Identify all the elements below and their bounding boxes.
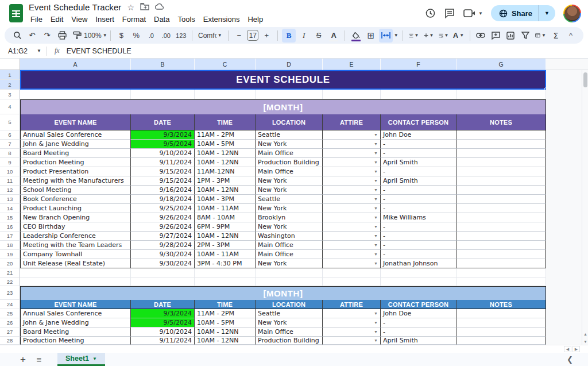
cell-attire-row18[interactable]: ▼ (323, 241, 381, 250)
cell-date-row26[interactable]: 9/5/2024 (131, 318, 195, 328)
undo-button[interactable]: ↶ (25, 29, 39, 43)
cell-date-row9[interactable]: 9/11/2024 (131, 158, 195, 167)
cell-time-row16[interactable]: 6PM - 9PM (195, 222, 256, 232)
table-header-event-name[interactable]: EVENT NAME (20, 300, 131, 309)
row-header-23[interactable]: 23 (0, 286, 20, 300)
menu-data[interactable]: Data (150, 14, 173, 25)
cell-attire-row16[interactable]: ▼ (323, 222, 381, 232)
cell-notes-row20[interactable] (457, 259, 546, 268)
menu-help[interactable]: Help (243, 14, 267, 25)
cell-event-name-row9[interactable]: Production Meeting (20, 158, 131, 167)
menu-file[interactable]: File (26, 14, 47, 25)
cell-date-row28[interactable]: 9/11/2024 (131, 337, 195, 345)
search-icon[interactable] (10, 29, 24, 43)
cell-event-name-row7[interactable]: John & Jane Wedding (20, 140, 131, 149)
cell-attire-row28[interactable]: ▼ (323, 337, 381, 345)
sheet1-menu-caret-icon[interactable]: ▼ (92, 356, 97, 361)
table-header-notes[interactable]: NOTES (457, 300, 546, 309)
cell-contact-person-row18[interactable]: - (381, 241, 457, 250)
collapse-panel-chevron-icon[interactable]: ❮ (567, 355, 573, 364)
text-color-button[interactable]: A (327, 29, 341, 43)
cell-contact-person-row17[interactable]: - (381, 232, 457, 241)
cell-event-name-row26[interactable]: John & Jane Wedding (20, 318, 131, 328)
cell-notes-row17[interactable] (457, 232, 546, 241)
cell-contact-person-row6[interactable]: John Doe (381, 130, 457, 140)
row-header-15[interactable]: 15 (0, 213, 20, 222)
cell-attire-row27[interactable]: ▼ (323, 328, 381, 337)
row-header-16[interactable]: 16 (0, 222, 20, 232)
select-all-corner[interactable] (0, 59, 20, 70)
cell-contact-person-row15[interactable]: Mike Williams (381, 213, 457, 222)
row-header-5[interactable]: 5 (0, 114, 20, 130)
row-header-6[interactable]: 6 (0, 130, 20, 140)
cell-date-row10[interactable]: 9/15/2024 (131, 167, 195, 176)
cell-contact-person-row25[interactable]: John Doe (381, 309, 457, 318)
cell-event-name-row27[interactable]: Board Meeting (20, 328, 131, 337)
cell-event-name-row13[interactable]: Book Conference (20, 195, 131, 204)
cell-time-row20[interactable]: 3PM - 4:30 PM (195, 259, 256, 268)
cell-attire-row9[interactable]: ▼ (323, 158, 381, 167)
formula-content[interactable]: EVENT SCHEDULE (67, 47, 131, 55)
fill-color-button[interactable] (349, 29, 363, 43)
cell-notes-row28[interactable] (457, 337, 546, 345)
cell-contact-person-row19[interactable]: - (381, 250, 457, 259)
cell-attire-row7[interactable]: ▼ (323, 140, 381, 149)
cell-event-name-row12[interactable]: School Meeting (20, 186, 131, 195)
cell-location-row20[interactable]: New York (256, 259, 323, 268)
column-header-E[interactable]: E (323, 59, 381, 70)
table-header-location[interactable]: LOCATION (256, 114, 323, 130)
cell-time-row25[interactable]: 11AM - 2PM (195, 309, 256, 318)
cell-event-name-row16[interactable]: CEO Birthday (20, 222, 131, 232)
document-title[interactable]: Event Schedule Tracker (29, 2, 121, 12)
menu-edit[interactable]: Edit (47, 14, 67, 25)
attire-dropdown-icon[interactable]: ▼ (374, 169, 378, 174)
print-button[interactable] (55, 29, 69, 43)
merge-caret-icon[interactable]: ▼ (394, 33, 399, 38)
cell-event-name-row19[interactable]: Company Townhall (20, 250, 131, 259)
cell-date-row12[interactable]: 9/16/2024 (131, 186, 195, 195)
cell-attire-row12[interactable]: ▼ (323, 186, 381, 195)
share-button[interactable]: Share ▼ (491, 5, 555, 21)
insert-chart-button[interactable] (504, 29, 517, 43)
empty-cell-D3[interactable] (256, 90, 323, 99)
attire-dropdown-icon[interactable]: ▼ (374, 252, 378, 256)
cell-time-row15[interactable]: 8AM - 10AM (195, 213, 256, 222)
row-header-18[interactable]: 18 (0, 241, 20, 250)
attire-dropdown-icon[interactable]: ▼ (374, 311, 378, 315)
empty-cell-A22[interactable] (20, 278, 131, 286)
cell-attire-row11[interactable]: ▼ (323, 176, 381, 186)
table-header-event-name[interactable]: EVENT NAME (20, 114, 131, 130)
cell-location-row27[interactable]: Main Office (256, 328, 323, 337)
cell-notes-row9[interactable] (457, 158, 546, 167)
number-format-button[interactable]: 123 (174, 29, 188, 43)
cell-contact-person-row28[interactable]: April Smith (381, 337, 457, 345)
cell-time-row28[interactable]: 10AM - 12NN (195, 337, 256, 345)
empty-cell-E22[interactable] (323, 278, 381, 286)
vertical-scrollbar-thumb[interactable] (583, 72, 587, 87)
cell-notes-row18[interactable] (457, 241, 546, 250)
month-header-cell[interactable]: [MONTH] (20, 99, 546, 114)
table-header-attire[interactable]: ATTIRE (323, 300, 381, 309)
name-box[interactable]: A1:G2 ▼ (0, 47, 46, 55)
cell-attire-row6[interactable]: ▼ (323, 130, 381, 140)
cell-contact-person-row8[interactable]: - (381, 149, 457, 158)
attire-dropdown-icon[interactable]: ▼ (374, 179, 378, 183)
cell-attire-row25[interactable]: ▼ (323, 309, 381, 318)
strikethrough-button[interactable]: S (312, 29, 326, 43)
toolbar-collapse-icon[interactable]: ^ (564, 29, 578, 43)
cell-notes-row27[interactable] (457, 328, 546, 337)
empty-cell-D22[interactable] (256, 278, 323, 286)
cell-time-row10[interactable]: 11AM-12NN (195, 167, 256, 176)
cell-date-row7[interactable]: 9/5/2024 (131, 140, 195, 149)
table-header-notes[interactable]: NOTES (457, 114, 546, 130)
borders-button[interactable]: ⊞ (364, 29, 378, 43)
cell-time-row12[interactable]: 10AM - 12NN (195, 186, 256, 195)
comments-icon[interactable] (444, 7, 455, 19)
cell-location-row26[interactable]: New York (256, 318, 323, 328)
format-currency-button[interactable]: $ (114, 29, 128, 43)
paint-format-button[interactable] (70, 29, 84, 43)
table-header-attire[interactable]: ATTIRE (323, 114, 381, 130)
selection-fill-handle[interactable] (544, 87, 546, 90)
cell-location-row13[interactable]: Seattle (256, 195, 323, 204)
create-filter-button[interactable] (519, 29, 532, 43)
